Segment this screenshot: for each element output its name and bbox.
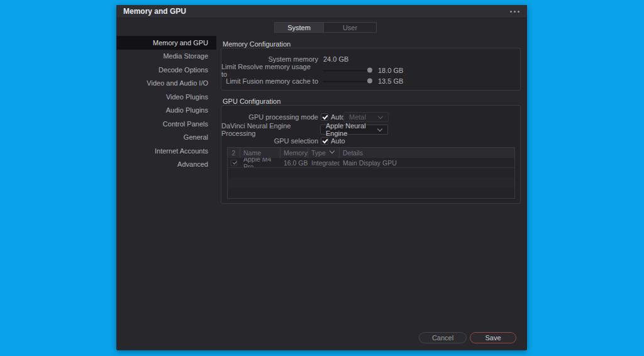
sidebar-item-general[interactable]: General: [116, 131, 216, 145]
slider-knob[interactable]: [367, 68, 372, 73]
tab-user[interactable]: User: [323, 23, 376, 32]
fusion-memory-cache-slider[interactable]: [323, 78, 374, 84]
preferences-dialog: Memory and GPU System User Memory and GP…: [116, 5, 527, 350]
slider-knob[interactable]: [367, 79, 372, 84]
empty-table-row: [228, 178, 514, 188]
gpu-memory-cell: 16.0 GB: [280, 158, 308, 167]
sidebar-item-video-plugins[interactable]: Video Plugins: [116, 90, 216, 104]
gpu-table-header-memory: Memory: [280, 148, 308, 158]
fusion-memory-cache-value: 13.5 GB: [378, 77, 403, 85]
save-button[interactable]: Save: [470, 332, 516, 343]
gpu-processing-mode-row: GPU processing mode Auto Metal: [221, 111, 520, 122]
fusion-memory-cache-label: Limit Fusion memory cache to: [221, 75, 318, 86]
gpu-selection-label: GPU selection: [221, 135, 318, 146]
more-options-icon[interactable]: [510, 11, 519, 13]
resolve-memory-limit-value: 18.0 GB: [378, 67, 403, 74]
tab-system[interactable]: System: [275, 23, 323, 32]
sidebar-item-video-and-audio-io[interactable]: Video and Audio I/O: [116, 77, 216, 91]
gpu-table-header-type: Type: [308, 148, 340, 158]
gpu-name-cell: Apple M4 Pro: [240, 158, 280, 167]
gpu-selection-row: GPU selection Auto: [221, 135, 520, 146]
gpu-table-row[interactable]: Apple M4 Pro 16.0 GB Integrated Main Dis…: [228, 158, 514, 168]
gpu-processing-mode-dropdown: Metal: [343, 112, 389, 122]
dialog-title: Memory and GPU: [123, 7, 186, 16]
resolve-memory-limit-slider[interactable]: [323, 67, 374, 73]
dialog-titlebar: Memory and GPU: [116, 5, 527, 18]
sidebar-item-internet-accounts[interactable]: Internet Accounts: [116, 144, 216, 158]
system-memory-value: 24.0 GB: [323, 55, 348, 63]
resolve-memory-limit-label: Limit Resolve memory usage to: [221, 65, 318, 75]
slider-track: [323, 81, 374, 82]
chevron-down-icon: [378, 113, 383, 118]
gpu-table-header-name: Name: [240, 148, 280, 158]
chevron-down-icon: [330, 148, 335, 153]
preferences-sidebar: Memory and GPU Media Storage Decode Opti…: [116, 36, 216, 171]
gpu-type-cell: Integrated: [308, 158, 340, 167]
fusion-memory-cache-row: Limit Fusion memory cache to 13.5 GB: [221, 75, 520, 86]
empty-table-row: [228, 188, 514, 198]
gpu-enabled-checkbox[interactable]: [231, 160, 237, 166]
sidebar-item-decode-options[interactable]: Decode Options: [116, 63, 216, 77]
slider-track: [323, 70, 374, 71]
gpu-configuration-heading: GPU Configuration: [223, 97, 280, 105]
gpu-table-header-count: 2: [228, 148, 240, 158]
sidebar-item-control-panels[interactable]: Control Panels: [116, 117, 216, 131]
neural-engine-row: DaVinci Neural Engine Processing Apple N…: [221, 124, 520, 135]
gpu-table-header-details: Details: [340, 148, 514, 158]
gpu-selection-auto-label: Auto: [331, 137, 345, 145]
gpu-processing-mode-value: Metal: [349, 113, 366, 121]
gpu-table-header: 2 Name Memory Type Details: [228, 148, 514, 158]
neural-engine-label: DaVinci Neural Engine Processing: [221, 124, 318, 135]
gpu-selection-auto-checkbox[interactable]: [321, 137, 328, 145]
neural-engine-dropdown[interactable]: Apple Neural Engine: [320, 125, 388, 135]
sidebar-item-advanced[interactable]: Advanced: [116, 158, 216, 172]
memory-configuration-group: System memory 24.0 GB Limit Resolve memo…: [221, 48, 521, 91]
gpu-processing-mode-label: GPU processing mode: [221, 111, 318, 122]
scope-tabs: System User: [274, 22, 377, 33]
gpu-table: 2 Name Memory Type Details Apple M4 Pro …: [227, 147, 515, 199]
gpu-details-cell: Main Display GPU: [340, 158, 514, 167]
resolve-memory-limit-row: Limit Resolve memory usage to 18.0 GB: [221, 65, 520, 75]
cancel-button[interactable]: Cancel: [419, 332, 467, 343]
gpu-processing-mode-auto-checkbox[interactable]: [321, 113, 328, 121]
sidebar-item-audio-plugins[interactable]: Audio Plugins: [116, 104, 216, 118]
sidebar-item-media-storage[interactable]: Media Storage: [116, 50, 216, 64]
sidebar-item-memory-and-gpu[interactable]: Memory and GPU: [116, 36, 216, 50]
memory-configuration-heading: Memory Configuration: [223, 40, 291, 48]
empty-table-row: [228, 168, 514, 178]
gpu-configuration-group: GPU processing mode Auto Metal DaVinci N…: [221, 105, 521, 204]
